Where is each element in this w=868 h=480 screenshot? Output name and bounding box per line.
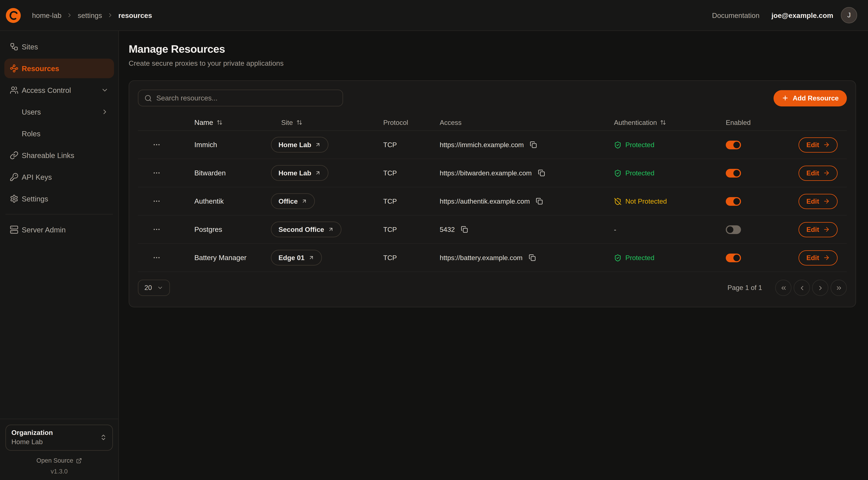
protocol: TCP	[383, 254, 440, 262]
key-icon	[10, 173, 19, 181]
sidebar-item-sites[interactable]: Sites	[4, 37, 114, 57]
site-link-button[interactable]: Home Lab	[271, 165, 329, 181]
arrow-up-right-icon	[308, 254, 314, 261]
external-link-icon	[76, 457, 82, 463]
site-name: Home Lab	[278, 169, 311, 177]
avatar[interactable]: J	[841, 7, 857, 23]
edit-button[interactable]: Edit	[799, 194, 838, 209]
table-header: Name Site Protocol Access Authenticati	[138, 115, 847, 131]
add-resource-button[interactable]: Add Resource	[774, 90, 847, 106]
arrow-up-right-icon	[328, 227, 334, 232]
enabled-toggle[interactable]	[726, 141, 741, 149]
previous-page-button[interactable]	[794, 280, 810, 296]
breadcrumb: home-lab settings resources	[32, 11, 152, 19]
copy-icon	[461, 226, 468, 233]
enabled-toggle[interactable]	[726, 169, 741, 177]
plus-icon	[782, 94, 789, 101]
page-size-select[interactable]: 20	[138, 280, 170, 296]
arrow-right-icon	[823, 198, 830, 205]
column-header-authentication[interactable]: Authentication	[614, 119, 726, 126]
card-toolbar: Add Resource	[138, 90, 847, 107]
sidebar-item-users[interactable]: Users	[4, 102, 114, 122]
protocol: TCP	[383, 141, 440, 149]
arrow-right-icon	[823, 226, 830, 233]
chevron-left-icon	[798, 284, 805, 291]
sidebar-item-label: Roles	[22, 129, 40, 138]
sidebar-item-server-admin[interactable]: Server Admin	[4, 220, 114, 239]
table-row: Bitwarden Home Lab TCP https://bitwarden…	[138, 159, 847, 187]
first-page-button[interactable]	[775, 280, 792, 296]
resource-name: Authentik	[175, 197, 259, 205]
site-link-button[interactable]: Office	[271, 193, 315, 209]
user-email[interactable]: joe@example.com	[771, 11, 833, 19]
copy-button[interactable]	[527, 253, 537, 262]
sidebar-nav: Sites Resources Access Control Users Rol…	[0, 31, 118, 242]
protocol: TCP	[383, 169, 440, 177]
row-actions-menu-button[interactable]	[150, 251, 163, 264]
chevrons-left-icon	[780, 284, 787, 291]
chevron-right-icon	[101, 108, 108, 116]
sidebar-item-settings[interactable]: Settings	[4, 189, 114, 209]
open-source-link[interactable]: Open Source	[5, 457, 113, 464]
copy-button[interactable]	[529, 140, 538, 149]
column-header-site[interactable]: Site	[259, 119, 383, 126]
next-page-button[interactable]	[812, 280, 828, 296]
row-actions-menu-button[interactable]	[150, 167, 163, 179]
access-url: https://immich.example.com	[440, 141, 524, 149]
copy-button[interactable]	[535, 197, 544, 206]
enabled-toggle[interactable]	[726, 253, 741, 262]
edit-button[interactable]: Edit	[799, 222, 838, 237]
site-link-button[interactable]: Home Lab	[271, 137, 329, 153]
ellipsis-icon	[152, 226, 160, 234]
arrow-right-icon	[823, 254, 830, 261]
enabled-toggle[interactable]	[726, 225, 741, 234]
last-page-button[interactable]	[831, 280, 847, 296]
edit-button[interactable]: Edit	[799, 137, 838, 152]
column-header-enabled: Enabled	[726, 119, 801, 126]
copy-button[interactable]	[537, 168, 546, 178]
sidebar-item-roles[interactable]: Roles	[4, 124, 114, 143]
site-name: Second Office	[278, 226, 324, 233]
breadcrumb-org[interactable]: home-lab	[32, 11, 62, 19]
table-body: Immich Home Lab TCP https://immich.examp…	[138, 131, 847, 272]
shield-off-icon	[614, 198, 622, 205]
avatar-initial: J	[847, 11, 851, 19]
site-link-button[interactable]: Second Office	[271, 221, 341, 237]
sidebar: Sites Resources Access Control Users Rol…	[0, 31, 119, 480]
search-input[interactable]	[156, 94, 337, 102]
sidebar-item-resources[interactable]: Resources	[4, 59, 114, 78]
table-row: Authentik Office TCP https://authentik.e…	[138, 187, 847, 216]
page-size-value: 20	[145, 284, 152, 292]
edit-button[interactable]: Edit	[799, 166, 838, 181]
protocol: TCP	[383, 198, 440, 205]
row-actions-menu-button[interactable]	[150, 139, 163, 151]
site-link-button[interactable]: Edge 01	[271, 250, 322, 266]
access-url: https://bitwarden.example.com	[440, 169, 532, 177]
chevron-down-icon	[101, 86, 108, 94]
enabled-toggle[interactable]	[726, 197, 741, 206]
table-row: Immich Home Lab TCP https://immich.examp…	[138, 131, 847, 159]
ellipsis-icon	[152, 253, 160, 262]
sidebar-item-shareable-links[interactable]: Shareable Links	[4, 146, 114, 165]
documentation-link[interactable]: Documentation	[712, 11, 760, 19]
sidebar-item-api-keys[interactable]: API Keys	[4, 167, 114, 187]
toggle-knob	[733, 254, 740, 261]
edit-button[interactable]: Edit	[799, 250, 838, 265]
search-box	[138, 90, 343, 107]
sort-icon	[296, 119, 302, 125]
pangolin-logo-icon[interactable]	[4, 6, 22, 24]
open-source-label: Open Source	[36, 457, 73, 464]
copy-button[interactable]	[460, 225, 469, 234]
organization-picker[interactable]: Organization Home Lab	[5, 425, 113, 451]
breadcrumb-resources[interactable]: resources	[118, 11, 152, 19]
resource-name: Battery Manager	[175, 253, 259, 262]
row-actions-menu-button[interactable]	[150, 195, 163, 207]
row-actions-menu-button[interactable]	[150, 223, 163, 236]
sidebar-divider	[5, 214, 113, 214]
sidebar-item-access-control[interactable]: Access Control	[4, 80, 114, 100]
app-root: home-lab settings resources Documentatio…	[0, 0, 868, 480]
breadcrumb-settings[interactable]: settings	[78, 11, 102, 19]
copy-icon	[538, 170, 545, 177]
column-header-name[interactable]: Name	[175, 118, 259, 126]
arrow-up-right-icon	[315, 170, 321, 176]
